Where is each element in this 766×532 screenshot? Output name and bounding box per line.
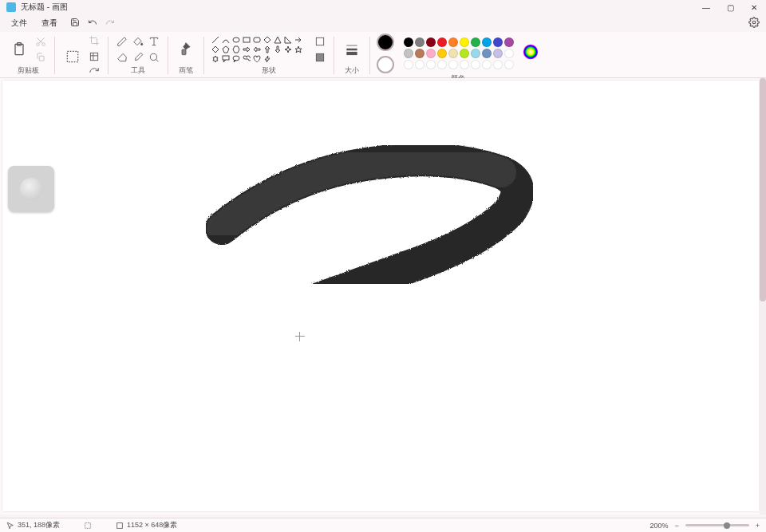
color1-button[interactable] (377, 33, 394, 51)
scrollbar-thumb[interactable] (760, 78, 766, 301)
color-swatch[interactable] (404, 60, 413, 69)
paste-button[interactable] (8, 38, 30, 61)
color-swatch[interactable] (482, 49, 492, 58)
menu-bar: 文件 查看 (0, 14, 766, 32)
color-swatch[interactable] (504, 37, 514, 47)
shape-heart[interactable] (252, 55, 262, 64)
settings-icon[interactable] (748, 17, 760, 30)
color-swatch[interactable] (471, 37, 480, 47)
color-swatch[interactable] (415, 60, 424, 69)
shape-pentagon[interactable] (221, 45, 231, 54)
shape-arrow[interactable] (294, 36, 303, 45)
color2-button[interactable] (377, 56, 394, 73)
color-swatch[interactable] (493, 60, 503, 69)
shape-arrowup[interactable] (263, 45, 272, 54)
color-swatch[interactable] (426, 60, 436, 69)
text-tool[interactable] (147, 34, 161, 49)
shape-triangle[interactable] (273, 36, 282, 45)
shape-callout-cloud[interactable] (242, 55, 251, 64)
shape-hexagon[interactable] (231, 45, 241, 54)
brush-button[interactable] (175, 38, 197, 61)
save-icon[interactable] (70, 16, 80, 30)
color-swatch[interactable] (437, 37, 447, 47)
redo-icon[interactable] (105, 16, 115, 30)
size-button[interactable] (341, 38, 363, 61)
eraser-tool[interactable] (115, 50, 129, 65)
shape-arrowdown[interactable] (273, 45, 282, 54)
edit-colors-button[interactable] (522, 43, 539, 64)
color-swatch[interactable] (460, 37, 469, 47)
close-button[interactable]: ✕ (748, 3, 760, 12)
shape-oval[interactable] (231, 36, 241, 45)
shape-lightning[interactable] (263, 55, 272, 64)
color-swatch[interactable] (426, 49, 436, 58)
color-swatch[interactable] (460, 60, 469, 69)
color-swatch[interactable] (448, 37, 458, 47)
shape-star4[interactable] (283, 45, 293, 54)
color-swatch[interactable] (404, 49, 413, 58)
shape-roundrect[interactable] (252, 36, 262, 45)
color-swatch[interactable] (504, 60, 514, 69)
color-swatch[interactable] (437, 60, 447, 69)
color-swatch[interactable] (426, 37, 436, 47)
minimize-button[interactable]: — (701, 3, 712, 12)
menu-file[interactable]: 文件 (6, 16, 32, 30)
maximize-button[interactable]: ▢ (725, 3, 736, 12)
selection-size (84, 522, 92, 530)
svg-marker-28 (213, 56, 218, 62)
shape-star5[interactable] (294, 45, 303, 54)
svg-marker-21 (264, 37, 270, 43)
color-swatch[interactable] (448, 49, 458, 58)
svg-rect-31 (316, 37, 323, 45)
color-swatch[interactable] (448, 60, 458, 69)
zoom-out-button[interactable]: − (674, 522, 678, 530)
shape-arrowright[interactable] (242, 45, 251, 54)
shape-diamond[interactable] (211, 45, 220, 54)
color-swatch[interactable] (404, 37, 413, 47)
color-swatch[interactable] (415, 37, 424, 47)
svg-marker-26 (233, 46, 239, 53)
pencil-tool[interactable] (115, 34, 129, 49)
shape-rect[interactable] (242, 36, 251, 45)
ribbon-group-shapes: 形状 (206, 33, 332, 77)
shape-polygon[interactable] (263, 36, 272, 45)
zoom-slider[interactable] (685, 524, 749, 526)
color-swatch[interactable] (482, 60, 492, 69)
menu-view[interactable]: 查看 (37, 16, 62, 30)
shape-curve[interactable] (221, 36, 231, 45)
shape-righttriangle[interactable] (283, 36, 293, 45)
color-swatch[interactable] (471, 60, 480, 69)
vertical-scrollbar[interactable] (760, 78, 766, 514)
picker-tool[interactable] (131, 50, 145, 65)
undo-icon[interactable] (88, 16, 97, 30)
fill-tool[interactable] (131, 34, 145, 49)
color-swatch[interactable] (415, 49, 424, 58)
shape-callout-round[interactable] (231, 55, 241, 64)
shape-star6[interactable] (211, 55, 220, 64)
select-button[interactable] (61, 45, 84, 68)
cut-button[interactable] (34, 34, 48, 49)
color-swatch[interactable] (437, 49, 447, 58)
assistive-touch-widget[interactable] (8, 166, 54, 212)
color-swatch[interactable] (493, 49, 503, 58)
shape-fill-btn[interactable] (313, 50, 327, 65)
color-swatch[interactable] (482, 37, 492, 47)
magnifier-tool[interactable] (147, 50, 161, 65)
resize-button[interactable] (87, 49, 101, 64)
color-swatch[interactable] (471, 49, 480, 58)
zoom-in-button[interactable]: + (756, 522, 760, 530)
crop-button[interactable] (87, 33, 101, 48)
shape-outline-btn[interactable] (313, 34, 327, 49)
svg-rect-38 (85, 522, 91, 528)
shape-callout-rect[interactable] (221, 55, 231, 64)
shape-arrowleft[interactable] (252, 45, 262, 54)
color-swatch[interactable] (504, 49, 514, 58)
zoom-level: 200% (650, 522, 668, 530)
color-row2 (404, 49, 514, 58)
color-swatch[interactable] (493, 37, 503, 47)
svg-rect-16 (182, 49, 186, 55)
copy-button[interactable] (34, 50, 48, 65)
canvas[interactable] (2, 81, 759, 511)
color-swatch[interactable] (460, 49, 469, 58)
shape-line[interactable] (211, 36, 220, 45)
